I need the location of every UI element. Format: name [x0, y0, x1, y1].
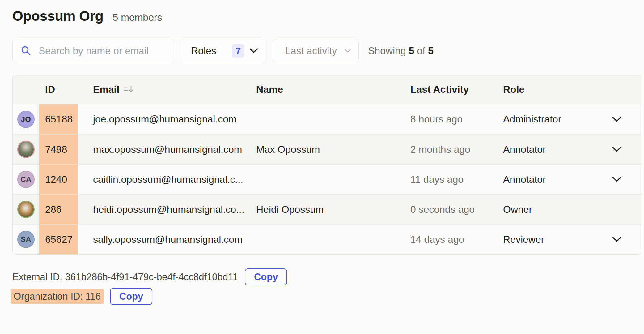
avatar: SA	[17, 231, 35, 248]
organization-id-row: Organization ID: 116 Copy	[12, 288, 644, 305]
copy-external-id-button[interactable]: Copy	[245, 268, 287, 285]
roles-count-badge: 7	[232, 44, 244, 58]
member-name: Max Opossum	[254, 144, 396, 155]
member-avatar-cell	[13, 195, 39, 224]
member-id: 65627	[39, 225, 78, 254]
member-row[interactable]: JO 65188 joe.opossum@humansignal.com 8 h…	[13, 104, 642, 134]
table-header-row: ID Email Name Last Activity Role	[13, 75, 642, 104]
column-header-last-activity: Last Activity	[396, 84, 501, 95]
copy-organization-id-button[interactable]: Copy	[110, 288, 152, 305]
member-role-label: Administrator	[503, 113, 561, 125]
role-menu-chevron-icon[interactable]	[612, 117, 621, 122]
member-role-dropdown[interactable]: Owner	[501, 204, 642, 215]
member-last-activity: 0 seconds ago	[396, 204, 501, 215]
showing-prefix: Showing	[368, 45, 406, 56]
member-role-dropdown[interactable]: Annotator	[501, 174, 642, 185]
column-header-name: Name	[254, 84, 396, 95]
avatar: CA	[17, 171, 35, 188]
member-last-activity: 11 days ago	[396, 174, 501, 185]
member-avatar-cell: SA	[13, 225, 39, 254]
member-row[interactable]: CA 1240 caitlin.opossum@humansignal.c...…	[13, 164, 642, 194]
column-header-email[interactable]: Email	[78, 84, 254, 95]
member-email: sally.opossum@humansignal.com	[78, 234, 254, 245]
organization-id-label: Organization ID: 116	[14, 291, 101, 302]
member-avatar-cell: JO	[13, 104, 39, 134]
member-email: joe.opossum@humansignal.com	[78, 113, 254, 125]
organization-id-highlight: Organization ID: 116	[11, 289, 104, 304]
role-menu-chevron-icon[interactable]	[612, 147, 621, 152]
avatar	[17, 141, 35, 158]
showing-count: Showing 5 of 5	[368, 45, 434, 57]
avatar: JO	[17, 111, 35, 128]
showing-visible-count: 5	[409, 45, 414, 56]
member-row[interactable]: 286 heidi.opossum@humansignal.co... Heid…	[13, 194, 642, 224]
member-name: Heidi Opossum	[254, 204, 396, 215]
member-last-activity: 14 days ago	[396, 234, 501, 245]
column-header-email-label: Email	[93, 84, 119, 95]
roles-filter-label: Roles	[191, 45, 216, 57]
column-header-role: Role	[501, 84, 642, 95]
member-email: heidi.opossum@humansignal.co...	[78, 204, 254, 215]
page-header: Opossum Org 5 members	[12, 8, 644, 25]
search-icon	[21, 45, 31, 56]
member-role-dropdown[interactable]: Annotator	[501, 144, 642, 155]
member-count: 5 members	[113, 12, 162, 23]
search-input[interactable]	[38, 45, 169, 57]
member-role-label: Reviewer	[503, 234, 544, 245]
avatar	[17, 201, 35, 218]
member-row[interactable]: 7498 max.opossum@humansignal.com Max Opo…	[13, 134, 642, 164]
organization-page: Opossum Org 5 members Roles 7 Last activ…	[0, 0, 644, 305]
member-role-label: Owner	[503, 204, 532, 215]
last-activity-sort-label: Last activity	[285, 45, 337, 57]
column-header-id: ID	[39, 84, 78, 95]
page-title: Opossum Org	[12, 8, 104, 24]
sort-descending-icon[interactable]	[124, 85, 133, 93]
showing-of: of	[417, 45, 425, 56]
member-last-activity: 8 hours ago	[396, 113, 501, 125]
member-id: 286	[39, 195, 78, 224]
member-email: max.opossum@humansignal.com	[78, 144, 254, 155]
last-activity-sort-dropdown[interactable]: Last activity	[273, 39, 359, 62]
member-last-activity: 2 months ago	[396, 144, 501, 155]
chevron-down-icon	[249, 48, 258, 54]
chevron-down-icon	[344, 49, 351, 53]
external-id-row: External ID: 361b286b-4f91-479c-be4f-4cc…	[12, 268, 644, 285]
member-avatar-cell: CA	[13, 165, 39, 194]
member-avatar-cell	[13, 135, 39, 164]
member-role-dropdown[interactable]: Administrator	[501, 113, 642, 125]
member-id: 7498	[39, 135, 78, 164]
member-row[interactable]: SA 65627 sally.opossum@humansignal.com 1…	[13, 224, 642, 254]
member-id: 65188	[39, 104, 78, 134]
member-role-label: Annotator	[503, 174, 546, 185]
table-body: JO 65188 joe.opossum@humansignal.com 8 h…	[13, 104, 642, 254]
member-email: caitlin.opossum@humansignal.c...	[78, 174, 254, 185]
filter-toolbar: Roles 7 Last activity Showing 5 of 5	[12, 39, 644, 62]
member-role-label: Annotator	[503, 144, 546, 155]
external-id-label: External ID: 361b286b-4f91-479c-be4f-4cc…	[12, 272, 238, 283]
role-menu-chevron-icon[interactable]	[612, 177, 621, 182]
member-id: 1240	[39, 165, 78, 194]
showing-total-count: 5	[428, 45, 434, 56]
member-role-dropdown[interactable]: Reviewer	[501, 234, 642, 245]
roles-filter-dropdown[interactable]: Roles 7	[180, 39, 267, 62]
search-box[interactable]	[12, 39, 175, 62]
role-menu-chevron-icon[interactable]	[612, 237, 621, 242]
members-table: ID Email Name Last Activity Role JO 6518…	[12, 75, 642, 255]
